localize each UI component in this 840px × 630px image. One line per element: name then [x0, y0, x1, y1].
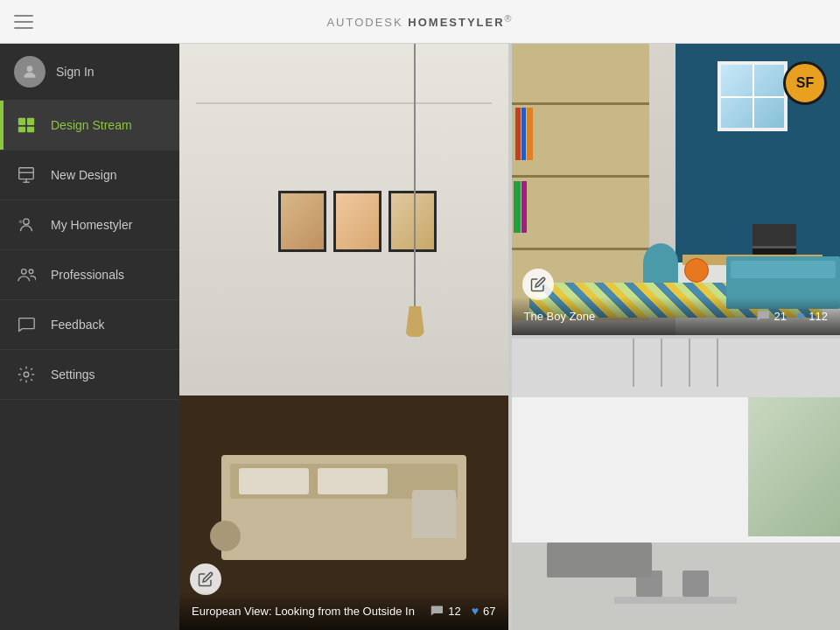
svg-point-11: [22, 270, 27, 275]
feedback-icon: [14, 312, 38, 337]
feedback-label: Feedback: [51, 318, 104, 332]
comment-icon-large: [430, 605, 444, 617]
pillow-left: [239, 468, 309, 494]
design-card-modern[interactable]: [512, 339, 841, 630]
card-stats-boyzone: 21 ♥ 112: [756, 309, 828, 323]
design-card-large[interactable]: European View: Looking from the Outside …: [179, 44, 508, 630]
art-frame-3: [388, 191, 437, 252]
svg-point-12: [29, 270, 33, 274]
professionals-label: Professionals: [51, 268, 124, 282]
svg-rect-10: [19, 220, 23, 224]
edit-button-boyzone[interactable]: [522, 269, 554, 300]
sidebar-item-professionals[interactable]: Professionals: [0, 250, 179, 300]
svg-point-13: [24, 372, 29, 377]
svg-point-0: [27, 66, 33, 72]
sidebar-item-new-design[interactable]: New Design: [0, 150, 179, 200]
modern-scene-image: [512, 339, 841, 630]
svg-rect-4: [27, 127, 34, 132]
card-overlay-boyzone: The Boy Zone 21 ♥ 112: [512, 297, 841, 335]
sidebar-item-design-stream[interactable]: Design Stream: [0, 101, 179, 150]
pillow-right: [318, 468, 388, 494]
sidebar-item-settings[interactable]: Settings: [0, 350, 179, 400]
svg-rect-5: [19, 168, 34, 179]
card-title-large: European View: Looking from the Outside …: [192, 605, 430, 618]
settings-icon: [14, 362, 38, 387]
edit-button-large[interactable]: [190, 564, 221, 595]
svg-point-9: [24, 219, 29, 224]
pendant-lamp: [414, 44, 416, 337]
design-stream-icon: [14, 113, 38, 137]
art-frames: [278, 191, 437, 252]
comment-icon-boyzone: [756, 310, 770, 322]
art-frame-2: [333, 191, 382, 252]
heart-icon-boyzone: ♥: [797, 309, 804, 323]
comment-stat-large: 12: [430, 605, 460, 618]
sf-logo: SF: [783, 61, 827, 105]
basketball: [684, 258, 709, 283]
professionals-icon: [14, 262, 38, 287]
top-bar: AUTODESK HOMESTYLER®: [0, 0, 840, 44]
like-stat-large: ♥ 67: [472, 604, 496, 618]
sidebar-item-my-homestyler[interactable]: My Homestyler: [0, 200, 179, 250]
sign-in-button[interactable]: Sign In: [0, 44, 179, 101]
sidebar: Sign In Design Stream New Design: [0, 44, 179, 630]
svg-rect-3: [18, 127, 25, 132]
card-overlay-large: European View: Looking from the Outside …: [179, 592, 508, 630]
card-title-boyzone: The Boy Zone: [524, 310, 756, 323]
sidebar-item-feedback[interactable]: Feedback: [0, 300, 179, 350]
monitor: [752, 224, 796, 255]
boyzone-chair: [643, 243, 678, 283]
svg-rect-2: [27, 118, 34, 125]
main-content: European View: Looking from the Outside …: [179, 44, 840, 630]
active-indicator: [0, 101, 4, 150]
like-count-large: 67: [483, 605, 495, 618]
design-card-boyzone[interactable]: SF The Boy Zon: [512, 44, 841, 335]
settings-label: Settings: [51, 368, 95, 382]
boyzone-window: [718, 61, 788, 131]
my-homestyler-icon: [14, 213, 38, 237]
boyzone-scene-image: SF: [512, 44, 841, 335]
card-stats-large: 12 ♥ 67: [430, 604, 495, 618]
comment-count-boyzone: 21: [774, 310, 787, 323]
new-design-icon: [14, 163, 38, 187]
app-title: AUTODESK HOMESTYLER®: [326, 13, 513, 29]
my-homestyler-label: My Homestyler: [51, 218, 132, 232]
bedroom-scene-image: [179, 44, 508, 630]
sign-in-label: Sign In: [56, 65, 94, 79]
art-frame-1: [278, 191, 326, 252]
like-stat-boyzone: ♥ 112: [797, 309, 828, 323]
comment-count-large: 12: [448, 605, 460, 618]
new-design-label: New Design: [51, 168, 116, 182]
like-count-boyzone: 112: [808, 310, 828, 323]
modern-sofa: [547, 542, 652, 578]
avatar: [14, 56, 46, 88]
svg-rect-1: [18, 118, 25, 125]
comment-stat-boyzone: 21: [756, 310, 787, 323]
hamburger-menu-button[interactable]: [14, 15, 33, 29]
design-stream-label: Design Stream: [51, 118, 132, 132]
heart-icon-large: ♥: [472, 604, 479, 618]
